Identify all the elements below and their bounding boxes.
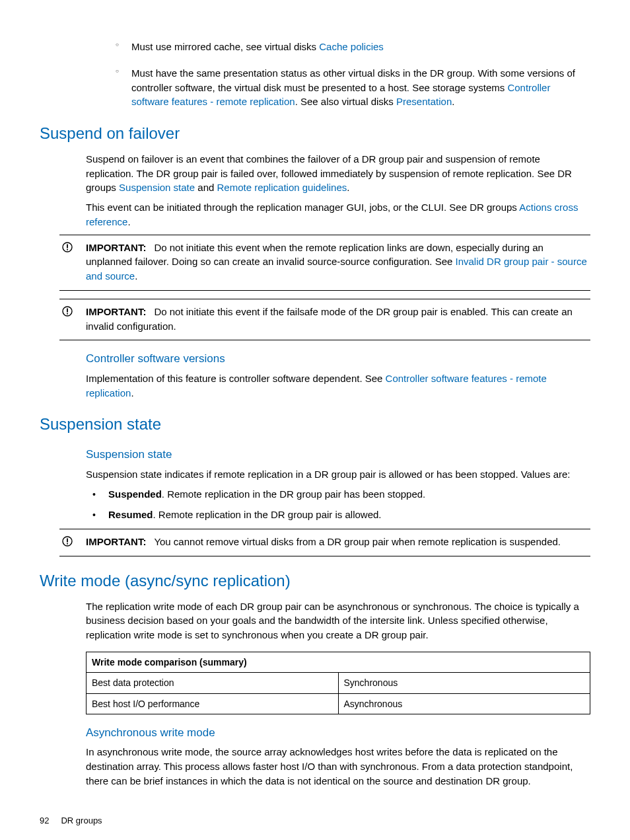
text: . Remote replication in the DR group pai… bbox=[162, 488, 425, 500]
text: Must use mirrored cache, see virtual dis… bbox=[131, 41, 319, 52]
list-item: Resumed. Remote replication in the DR gr… bbox=[92, 508, 590, 522]
table-header: Write mode comparison (summary) bbox=[87, 652, 590, 672]
link-suspension-state[interactable]: Suspension state bbox=[119, 182, 195, 193]
svg-rect-8 bbox=[67, 543, 68, 545]
suspension-values-list: Suspended. Remote replication in the DR … bbox=[40, 487, 590, 523]
table-cell: Synchronous bbox=[338, 673, 590, 693]
text: and bbox=[195, 182, 217, 193]
page-number: 92 bbox=[40, 816, 49, 825]
svg-rect-4 bbox=[67, 308, 68, 312]
text: This event can be initiated through the … bbox=[86, 202, 519, 213]
label-resumed: Resumed bbox=[108, 509, 153, 520]
important-note: IMPORTANT:You cannot remove virtual disk… bbox=[59, 529, 590, 556]
important-note: IMPORTANT:Do not initiate this event if … bbox=[59, 299, 590, 341]
important-label: IMPORTANT: bbox=[86, 306, 146, 317]
svg-rect-7 bbox=[67, 539, 68, 543]
subheading-async-write-mode: Asynchronous write mode bbox=[86, 725, 590, 742]
important-icon bbox=[62, 242, 73, 256]
text: Implementation of this feature is contro… bbox=[86, 373, 386, 384]
text: . bbox=[135, 270, 137, 282]
text: . Remote replication in the DR group pai… bbox=[153, 509, 382, 520]
table-cell: Asynchronous bbox=[338, 693, 590, 714]
important-icon bbox=[62, 536, 73, 551]
intro-bullets: Must use mirrored cache, see virtual dis… bbox=[40, 40, 590, 109]
table-cell: Best data protection bbox=[87, 673, 339, 693]
paragraph: In asynchronous write mode, the source a… bbox=[86, 745, 590, 788]
important-note: IMPORTANT:Do not initiate this event whe… bbox=[59, 235, 590, 291]
table-cell: Best host I/O performance bbox=[87, 693, 339, 714]
important-label: IMPORTANT: bbox=[86, 536, 146, 547]
write-mode-comparison-table: Write mode comparison (summary) Best dat… bbox=[86, 652, 590, 714]
subheading-suspension-state: Suspension state bbox=[86, 447, 590, 463]
table-row: Best host I/O performance Asynchronous bbox=[87, 693, 590, 714]
text: . bbox=[452, 96, 454, 107]
text: . bbox=[127, 216, 130, 227]
subheading-controller-versions: Controller software versions bbox=[86, 351, 590, 367]
table-row: Write mode comparison (summary) bbox=[87, 652, 590, 672]
paragraph: The replication write mode of each DR gr… bbox=[86, 599, 590, 642]
text: . See also virtual disks bbox=[295, 96, 396, 107]
important-icon bbox=[62, 306, 73, 321]
paragraph: Implementation of this feature is contro… bbox=[86, 371, 590, 401]
text: Do not initiate this event if the failsa… bbox=[86, 306, 573, 332]
heading-suspend-on-failover: Suspend on failover bbox=[40, 122, 590, 145]
link-presentation[interactable]: Presentation bbox=[396, 96, 452, 107]
list-item: Suspended. Remote replication in the DR … bbox=[92, 487, 590, 502]
important-label: IMPORTANT: bbox=[86, 242, 146, 253]
footer-section: DR groups bbox=[61, 816, 102, 825]
paragraph: This event can be initiated through the … bbox=[86, 200, 590, 229]
link-remote-replication-guidelines[interactable]: Remote replication guidelines bbox=[217, 182, 347, 193]
table-row: Best data protection Synchronous bbox=[87, 673, 590, 693]
list-item: Must use mirrored cache, see virtual dis… bbox=[116, 40, 590, 54]
text: You cannot remove virtual disks from a D… bbox=[154, 536, 561, 547]
paragraph: Suspend on failover is an event that com… bbox=[86, 152, 590, 195]
page-footer: 92DR groups bbox=[40, 815, 590, 827]
heading-write-mode: Write mode (async/sync replication) bbox=[40, 570, 590, 593]
svg-rect-1 bbox=[67, 244, 68, 248]
heading-suspension-state: Suspension state bbox=[40, 413, 590, 436]
label-suspended: Suspended bbox=[108, 488, 162, 500]
list-item: Must have the same presentation status a… bbox=[116, 66, 590, 109]
svg-rect-2 bbox=[67, 248, 68, 250]
text: . bbox=[131, 387, 133, 399]
link-cache-policies[interactable]: Cache policies bbox=[319, 41, 384, 52]
text: . bbox=[347, 182, 349, 193]
paragraph: Suspension state indicates if remote rep… bbox=[86, 467, 590, 482]
svg-rect-5 bbox=[67, 313, 68, 315]
